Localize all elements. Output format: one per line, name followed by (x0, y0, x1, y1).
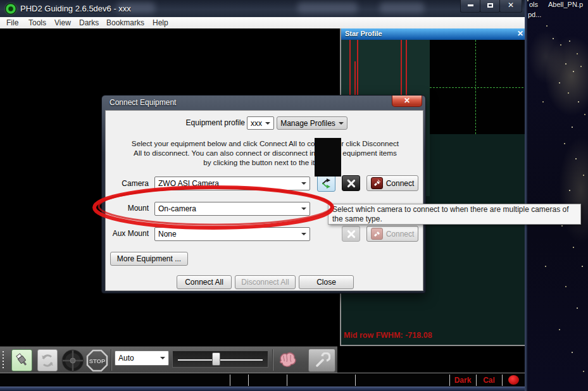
connect-all-button[interactable]: Connect All (177, 275, 232, 289)
statusbar-divider (355, 375, 356, 386)
minimize-icon (468, 4, 473, 6)
menu-bar: File Tools View Darks Bookmarks Help (0, 17, 527, 29)
dialog-body: Equipment profile xxx Manage Profiles Se… (105, 110, 423, 291)
exposure-select[interactable]: Auto (115, 351, 169, 366)
disconnect-all-button[interactable]: Disconnect All (235, 275, 296, 289)
chevron-down-icon (160, 357, 165, 359)
titlebar-glass-blur (297, 2, 358, 13)
window-titlebar[interactable]: PHD2 Guiding 2.6.5dev6 - xxx ✕ (0, 0, 527, 18)
camera-setup-button[interactable] (342, 175, 360, 191)
instructions-line-3: by clicking the button next to the item. (113, 158, 417, 167)
window-bottom-border (0, 387, 527, 391)
mount-value: On-camera (158, 204, 301, 213)
titlebar-glass-blur (380, 2, 424, 13)
instructions-line-1: Select your equipment below and click Co… (113, 139, 417, 148)
menu-file[interactable]: File (6, 18, 18, 27)
chevron-down-icon (265, 122, 270, 125)
brain-icon (277, 350, 297, 370)
desktop-icon-label[interactable]: Abell_PN.p (548, 1, 583, 8)
status-bar: Dark Cal (0, 373, 527, 387)
minimize-button[interactable] (460, 0, 480, 13)
redaction-box (315, 138, 341, 177)
star-profile-close-icon[interactable]: ✕ (517, 29, 523, 38)
usb-plug-icon (15, 352, 30, 369)
toolbar: STOP Auto (0, 346, 337, 373)
star-profile-titlebar[interactable]: Star Profile ✕ (341, 28, 527, 40)
camera-settings-button[interactable] (308, 349, 335, 372)
maximize-button[interactable] (480, 0, 500, 13)
city-lights-decoration (527, 0, 529, 1)
status-cal-indicator: Cal (476, 376, 502, 385)
aux-mount-connect-button[interactable]: Connect (366, 226, 418, 242)
exposure-value: Auto (118, 354, 160, 363)
stop-button[interactable]: STOP (86, 349, 108, 372)
equipment-profile-value: xxx (251, 119, 265, 128)
star-profile-title: Star Profile (345, 30, 382, 37)
select-camera-button[interactable] (317, 175, 335, 192)
stretch-slider[interactable] (172, 351, 268, 368)
equipment-profile-select[interactable]: xxx (247, 116, 274, 130)
tooltip: Select which camera to connect to when t… (328, 204, 581, 225)
connect-equipment-dialog: Connect Equipment ✕ Equipment profile xx… (101, 95, 426, 294)
statusbar-divider (248, 375, 249, 386)
manage-profiles-button[interactable]: Manage Profiles (277, 116, 347, 130)
fwhm-readout: Mid row FWHM: -718.08 (344, 331, 432, 340)
window-right-border (525, 0, 527, 391)
connect-label: Connect (386, 230, 415, 239)
status-dark-indicator: Dark (449, 376, 476, 385)
chevron-down-icon (301, 208, 306, 210)
window-title: PHD2 Guiding 2.6.5dev6 - xxx (20, 4, 131, 13)
close-button[interactable]: ✕ (499, 0, 522, 13)
aux-mount-setup-button[interactable] (342, 226, 360, 242)
svg-text:STOP: STOP (89, 357, 106, 364)
aux-mount-select[interactable]: None (154, 227, 310, 241)
slider-handle[interactable] (212, 352, 220, 366)
plug-icon (371, 177, 383, 189)
menu-help[interactable]: Help (153, 18, 168, 27)
plug-icon (371, 228, 383, 240)
stop-octagon-icon: STOP (86, 349, 108, 372)
crossed-tools-icon (346, 228, 357, 240)
statusbar-divider (230, 375, 230, 386)
close-dialog-button[interactable]: Close (299, 275, 354, 289)
camera-value: ZWO ASI Camera (158, 179, 301, 188)
chevron-down-icon (301, 182, 306, 185)
camera-select[interactable]: ZWO ASI Camera (154, 177, 310, 190)
toolbar-separator (272, 349, 273, 371)
manage-profiles-label: Manage Profiles (280, 119, 335, 128)
toolbar-separator (111, 349, 111, 371)
toolbar-grip-handle[interactable] (3, 351, 4, 369)
loop-refresh-icon (40, 353, 55, 368)
menu-bookmarks[interactable]: Bookmarks (106, 18, 144, 27)
dialog-close-button[interactable]: ✕ (392, 96, 422, 107)
mount-label: Mount (106, 204, 149, 213)
close-icon: ✕ (508, 1, 514, 9)
menu-view[interactable]: View (54, 18, 71, 27)
more-equipment-button[interactable]: More Equipment ... (110, 252, 188, 266)
swap-arrows-icon (320, 177, 333, 190)
camera-label: Camera (106, 179, 149, 188)
camera-connect-button[interactable]: Connect (366, 175, 418, 191)
menu-tools[interactable]: Tools (28, 18, 46, 27)
desktop-icon-label[interactable]: pd... (528, 11, 541, 18)
aux-mount-label: Aux Mount (106, 229, 149, 238)
equipment-profile-label: Equipment profile (144, 118, 245, 127)
statusbar-divider (287, 375, 287, 386)
wrench-icon (314, 352, 330, 369)
connect-equipment-button[interactable] (11, 349, 32, 371)
menu-darks[interactable]: Darks (79, 18, 99, 27)
crosshair-horizontal-line (430, 87, 527, 88)
slider-track (178, 359, 263, 361)
chevron-down-icon (301, 233, 306, 235)
desktop-icon-label[interactable]: ols (529, 1, 538, 8)
guide-button[interactable] (61, 349, 85, 373)
mount-select[interactable]: On-camera (154, 202, 310, 216)
advanced-settings-button[interactable] (277, 350, 297, 370)
desktop-wallpaper: ols Abell_PN.p pd... (527, 0, 588, 391)
dialog-instructions: Select your equipment below and click Co… (113, 139, 417, 167)
screen: ols Abell_PN.p pd... PHD2 Guiding 2.6.5d… (0, 0, 588, 391)
maximize-icon (487, 3, 493, 8)
loop-exposure-button[interactable] (37, 349, 58, 371)
target-crosshair-icon (61, 349, 85, 373)
instructions-line-2: All to disconnect. You can also connect … (113, 148, 417, 158)
